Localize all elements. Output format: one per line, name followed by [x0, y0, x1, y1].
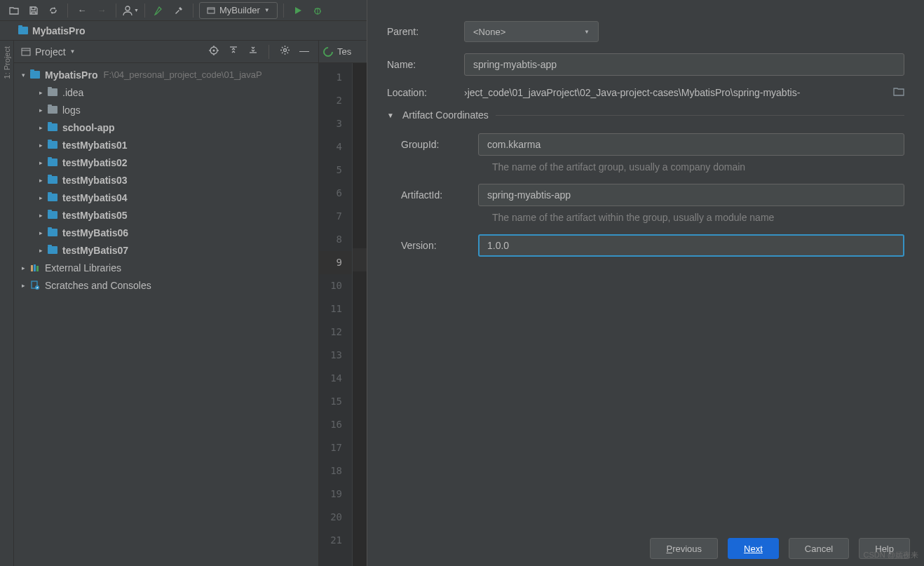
panel-title[interactable]: Project — [35, 46, 66, 58]
separator — [269, 45, 269, 59]
left-gutter[interactable]: 1: Project — [0, 41, 14, 566]
line-number: 13 — [319, 344, 352, 367]
dropdown-value: <None> — [473, 27, 505, 37]
svg-rect-22 — [36, 266, 39, 271]
line-number: 4 — [319, 135, 352, 159]
tree-item[interactable]: testMybatis01 — [14, 136, 318, 154]
svg-rect-1 — [208, 8, 215, 13]
line-number: 16 — [319, 413, 352, 436]
groupid-input[interactable] — [478, 133, 904, 156]
run-config-name: MyBuilder — [219, 5, 260, 15]
module-icon — [47, 122, 58, 133]
breadcrumb-project[interactable]: MybatisPro — [32, 25, 85, 36]
chevron-down-icon: ▼ — [387, 112, 394, 119]
back-btn[interactable]: ← — [74, 2, 90, 19]
project-icon — [21, 48, 31, 56]
module-icon — [47, 245, 58, 256]
tree-item[interactable]: testMyBatis07 — [14, 241, 318, 259]
tree-path: F:\04_personal_project_code\01_javaP — [103, 69, 261, 80]
line-number: 20 — [319, 506, 352, 529]
groupid-label: GroupId: — [401, 139, 478, 150]
artifactid-hint: The name of the artifact within the grou… — [492, 212, 904, 223]
tree-item[interactable]: testMybatis03 — [14, 171, 318, 189]
collapse-btn[interactable] — [246, 45, 260, 59]
tree-label: .idea — [62, 87, 83, 98]
expand-arrow-icon[interactable] — [37, 107, 44, 114]
section-title: Artifact Coordinates — [402, 109, 489, 121]
tree-root[interactable]: MybatisPro F:\04_personal_project_code\0… — [14, 66, 318, 83]
folder-icon — [18, 27, 28, 34]
tree-item[interactable]: .idea — [14, 83, 318, 101]
dialog-footer: Previous Next Cancel Help — [367, 531, 924, 566]
name-input[interactable] — [464, 53, 904, 76]
expand-arrow-icon[interactable] — [20, 72, 27, 79]
expand-arrow-icon[interactable] — [20, 282, 27, 289]
run-btn[interactable] — [290, 2, 306, 19]
line-number: 12 — [319, 321, 352, 344]
version-input[interactable] — [478, 234, 904, 257]
cancel-button[interactable]: Cancel — [789, 538, 849, 559]
tree-label: school-app — [62, 122, 115, 133]
location-value: ›ject_code\01_javaProject\02_Java-projec… — [464, 87, 888, 98]
hide-btn[interactable]: — — [297, 45, 311, 59]
tree-scratches[interactable]: Scratches and Consoles — [14, 276, 318, 294]
expand-arrow-icon[interactable] — [37, 124, 44, 131]
forward-btn[interactable]: → — [93, 2, 110, 19]
locate-btn[interactable] — [207, 45, 221, 59]
artifactid-label: ArtifactId: — [401, 189, 478, 201]
tree-item[interactable]: testMybatis04 — [14, 189, 318, 206]
expand-arrow-icon[interactable] — [37, 159, 44, 166]
expand-arrow-icon[interactable] — [37, 247, 44, 254]
svg-point-12 — [213, 49, 215, 51]
expand-arrow-icon[interactable] — [37, 142, 44, 149]
artifact-section-header[interactable]: ▼ Artifact Coordinates — [387, 109, 904, 121]
line-number: 9 — [319, 251, 352, 274]
build-btn[interactable] — [151, 2, 168, 19]
separator — [144, 4, 145, 18]
run-config-dropdown[interactable]: MyBuilder ▼ — [199, 2, 278, 19]
project-tree: MybatisPro F:\04_personal_project_code\0… — [14, 63, 318, 294]
tree-item[interactable]: school-app — [14, 119, 318, 136]
tree-label: testMybatis02 — [62, 157, 128, 168]
open-btn[interactable] — [6, 2, 22, 19]
tab-label[interactable]: Tes — [337, 46, 351, 57]
expand-btn[interactable] — [226, 45, 240, 59]
expand-arrow-icon[interactable] — [37, 194, 44, 201]
refresh-btn[interactable] — [45, 2, 62, 19]
groupid-hint: The name of the artifact group, usually … — [492, 161, 904, 173]
module-icon — [47, 210, 58, 221]
tree-item[interactable]: logs — [14, 101, 318, 119]
parent-dropdown[interactable]: <None> ▼ — [464, 21, 599, 42]
module-icon — [47, 192, 58, 203]
tree-item[interactable]: testMybatis02 — [14, 154, 318, 171]
avatar-btn[interactable]: ▼ — [122, 2, 139, 19]
line-number: 1 — [319, 66, 352, 89]
parent-label: Parent: — [387, 26, 464, 37]
artifactid-input[interactable] — [478, 184, 904, 206]
tree-label: testMybatis03 — [62, 175, 128, 186]
expand-arrow-icon[interactable] — [20, 264, 27, 271]
tree-label: testMybatis04 — [62, 192, 128, 203]
tree-item[interactable]: testMyBatis06 — [14, 224, 318, 241]
next-button[interactable]: Next — [728, 538, 779, 559]
tree-label: testMyBatis06 — [62, 227, 128, 238]
save-btn[interactable] — [25, 2, 42, 19]
line-number: 21 — [319, 529, 352, 552]
expand-arrow-icon[interactable] — [37, 89, 44, 96]
project-panel: Project ▼ — — [14, 41, 319, 566]
line-number: 19 — [319, 483, 352, 506]
tree-item[interactable]: testMybatis05 — [14, 206, 318, 224]
tree-external-libs[interactable]: External Libraries — [14, 259, 318, 276]
svg-rect-9 — [22, 48, 30, 55]
expand-arrow-icon[interactable] — [37, 177, 44, 184]
module-icon — [47, 140, 58, 151]
previous-button[interactable]: Previous — [650, 538, 718, 559]
line-number: 17 — [319, 436, 352, 459]
settings-btn[interactable] — [278, 45, 292, 59]
expand-arrow-icon[interactable] — [37, 229, 44, 236]
location-label: Location: — [387, 87, 464, 98]
browse-icon[interactable] — [893, 87, 904, 98]
expand-arrow-icon[interactable] — [37, 212, 44, 219]
hammer-btn[interactable] — [170, 2, 187, 19]
debug-btn[interactable] — [309, 2, 326, 19]
